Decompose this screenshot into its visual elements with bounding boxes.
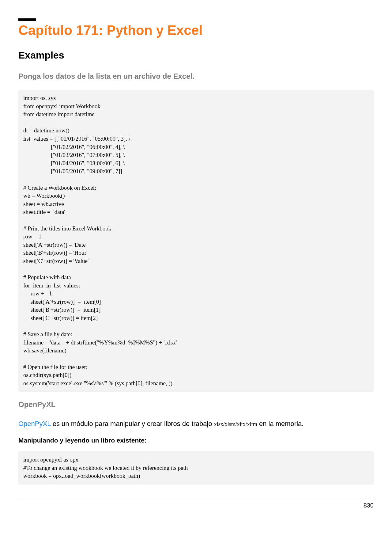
manipulating-heading: Manipulando y leyendo un libro existente… <box>18 437 374 444</box>
examples-heading: Examples <box>18 50 374 61</box>
openpyxl-text-2: en la memoria. <box>257 420 304 428</box>
code-block-1: import os, sys from openpyxl import Work… <box>18 90 374 392</box>
chapter-title: Capítulo 171: Python y Excel <box>18 23 374 38</box>
openpyxl-heading: OpenPyXL <box>18 400 374 409</box>
openpyxl-link[interactable]: OpenPyXL <box>18 420 51 428</box>
chapter-rule <box>18 18 36 21</box>
openpyxl-text-1: es un módulo para manipular y crear libr… <box>51 420 214 428</box>
code-block-2: import openpyxl as opx #To change an exi… <box>18 451 374 485</box>
example-subtitle: Ponga los datos de la lista en un archiv… <box>18 72 374 81</box>
page-number: 830 <box>18 502 374 509</box>
openpyxl-description: OpenPyXL es un módulo para manipular y c… <box>18 419 374 429</box>
openpyxl-inline-code: xlsx/xlsm/xltx/xltm <box>214 421 257 427</box>
footer-divider: 830 <box>18 498 374 509</box>
